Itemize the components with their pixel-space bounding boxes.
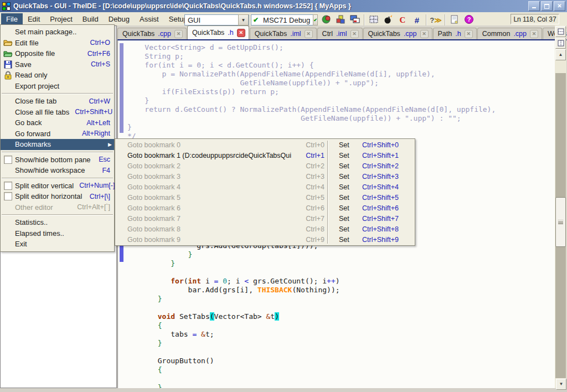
main-package-combo[interactable]: GUI ▼ [184, 14, 249, 25]
check-icon[interactable]: ✔ [251, 16, 260, 24]
menu-item-statistics[interactable]: Statistics.. [1, 217, 114, 228]
code-line: } [127, 96, 555, 105]
tab-close-button[interactable]: ✕ [420, 30, 429, 38]
bookmark-row-0[interactable]: Goto bookmark 0Ctrl+0SetCtrl+Shift+0 [115, 140, 415, 150]
menubar-item-project[interactable]: Project [45, 13, 77, 25]
code-line: } [127, 295, 555, 303]
set-bookmark-label[interactable]: Set [339, 194, 362, 202]
menu-item-exit[interactable]: Exit [1, 239, 114, 250]
bookmark-row-2[interactable]: Goto bookmark 2Ctrl+2SetCtrl+Shift+2 [115, 161, 415, 171]
menubar-item-debug[interactable]: Debug [104, 13, 135, 25]
checkbox-unchecked[interactable] [1, 182, 15, 190]
padlock-icon [1, 71, 15, 80]
set-bookmark-label[interactable]: Set [339, 141, 362, 149]
split-vertical-button[interactable] [555, 38, 566, 49]
menubar-item-build[interactable]: Build [78, 13, 104, 25]
bookmark-row-8[interactable]: Goto bookmark 8Ctrl+8SetCtrl+Shift+8 [115, 224, 415, 234]
bookmark-row-5[interactable]: Goto bookmark 5Ctrl+5SetCtrl+Shift+5 [115, 192, 415, 203]
code-line: { [127, 321, 555, 330]
toolbar-separator [364, 14, 365, 25]
file-tab-ctrl.iml[interactable]: Ctrl.iml✕ [317, 28, 363, 39]
bookmark-row-1[interactable]: Goto bookmark 1 (D:codeuppuppsrcideQuick… [115, 150, 415, 161]
menu-item-opposite-file[interactable]: Opposite fileCtrl+F6 [1, 48, 114, 59]
build-methods-button[interactable] [333, 13, 348, 27]
scroll-down-button[interactable]: ▼ [556, 379, 566, 390]
set-bookmark-label[interactable]: Set [339, 183, 362, 191]
tab-close-button[interactable]: ✕ [174, 30, 183, 38]
check-dropdown-icon[interactable]: ✔ [313, 14, 318, 25]
designer-grid-button[interactable] [367, 13, 381, 27]
menu-item-edit-file[interactable]: Edit fileCtrl+O [1, 38, 114, 49]
menu-item-split-editor-horizontal[interactable]: Split editor horizontalCtrl+[\] [1, 191, 114, 202]
bookmark-row-7[interactable]: Goto bookmark 7Ctrl+7SetCtrl+Shift+7 [115, 213, 415, 224]
bookmark-row-6[interactable]: Goto bookmark 6Ctrl+6SetCtrl+Shift+6 [115, 203, 415, 213]
checkbox-unchecked[interactable] [1, 156, 15, 164]
menubar-item-assist[interactable]: Assist [135, 13, 164, 25]
tab-close-button[interactable]: ✕ [237, 29, 245, 37]
menu-item-bookmarks[interactable]: Bookmarks▶ [1, 139, 114, 150]
maximize-button[interactable] [541, 1, 553, 11]
tab-close-button[interactable]: ✕ [530, 30, 538, 38]
set-bookmark-label[interactable]: Set [339, 173, 362, 180]
run-arguments-button[interactable]: ?≫ [429, 13, 443, 27]
chevron-down-icon[interactable]: ▼ [238, 14, 249, 25]
goto-bookmark-label: Goto bookmark 5 [115, 194, 291, 202]
menu-item-export-project[interactable]: Export project [1, 81, 114, 92]
set-bookmark-label[interactable]: Set [339, 215, 362, 223]
file-tab-quicktabs.cpp[interactable]: QuickTabs.cpp✕ [363, 28, 432, 39]
file-tab-path.h[interactable]: Path.h✕ [433, 28, 477, 39]
set-bookmark-label[interactable]: Set [339, 225, 362, 233]
file-tab-common.cpp[interactable]: Common.cpp✕ [477, 28, 542, 39]
menu-item-label: Show/hide bottom pane [15, 156, 93, 164]
set-bookmark-label[interactable]: Set [339, 204, 362, 212]
menu-item-show-hide-bottom-pane[interactable]: Show/hide bottom paneEsc [1, 154, 114, 166]
split-horizontal-button[interactable] [555, 26, 566, 37]
menu-item-close-file-tab[interactable]: Close file tabCtrl+W [1, 96, 114, 107]
bookmark-row-9[interactable]: Goto bookmark 9Ctrl+9SetCtrl+Shift+9 [115, 234, 415, 245]
help-button[interactable]: ? [462, 13, 476, 27]
goto-bookmark-shortcut: Ctrl+9 [291, 236, 324, 244]
tab-close-button[interactable]: ✕ [305, 30, 313, 38]
debug-bomb-button[interactable] [381, 13, 395, 27]
build-method-combo[interactable]: ✔ MSC71 Debug ✔ [251, 14, 317, 25]
menu-item-show-hide-workspace[interactable]: Show/hide workspaceF4 [1, 165, 114, 176]
packages-button[interactable] [319, 13, 333, 27]
notes-document-button[interactable] [447, 13, 462, 27]
checkbox-icon [4, 192, 12, 200]
menu-item-go-forward[interactable]: Go forwardAlt+Right [1, 128, 114, 140]
menu-item-read-only[interactable]: Read only [1, 70, 114, 81]
file-tab-quicktabs.iml[interactable]: QuickTabs.iml✕ [250, 28, 317, 39]
tab-close-button[interactable]: ✕ [465, 30, 473, 38]
workspace-layout-button[interactable] [348, 13, 362, 27]
menu-item-go-back[interactable]: Go backAlt+Left [1, 117, 114, 128]
menu-item-label: Export project [15, 82, 110, 90]
bookmark-row-4[interactable]: Goto bookmark 4Ctrl+4SetCtrl+Shift+4 [115, 182, 415, 192]
menu-item-other-editor[interactable]: Other editorCtrl+Alt+[`] [1, 202, 114, 213]
menu-item-save[interactable]: SaveCtrl+S [1, 59, 114, 70]
scroll-up-button[interactable]: ▲ [555, 49, 566, 60]
close-button[interactable]: ✕ [554, 1, 565, 11]
preprocess-hash-button[interactable]: # [410, 13, 424, 27]
tab-close-button[interactable]: ✕ [350, 30, 359, 38]
menu-item-set-main-package[interactable]: Set main package.. [1, 27, 114, 38]
set-bookmark-shortcut: Ctrl+Shift+7 [362, 215, 415, 223]
compile-c-button[interactable]: C [395, 13, 410, 27]
minimize-button[interactable] [528, 1, 540, 11]
bookmark-row-3[interactable]: Goto bookmark 3Ctrl+3SetCtrl+Shift+3 [115, 171, 415, 182]
set-bookmark-label[interactable]: Set [339, 236, 362, 244]
menu-item-elapsed-times[interactable]: Elapsed times.. [1, 228, 114, 239]
menubar-item-edit[interactable]: Edit [23, 13, 45, 25]
checkbox-unchecked[interactable] [1, 192, 15, 200]
scrollbar-thumb[interactable] [555, 197, 566, 247]
set-bookmark-label[interactable]: Set [339, 152, 362, 159]
menubar-item-file[interactable]: File [1, 13, 23, 25]
menu-item-close-all-file-tabs[interactable]: Close all file tabsCtrl+Shift+U [1, 107, 114, 118]
menu-item-label: Go back [15, 118, 81, 127]
tab-filename: QuickTabs [255, 30, 287, 38]
menu-item-split-editor-vertical[interactable]: Split editor verticalCtrl+Num[-] [1, 180, 114, 192]
scrollbar-track[interactable] [555, 73, 566, 378]
set-bookmark-label[interactable]: Set [339, 162, 362, 170]
minimize-icon [532, 7, 536, 8]
file-tab-quicktabs.h[interactable]: QuickTabs.h✕ [187, 25, 249, 39]
file-tab-quicktabs.cpp[interactable]: QuickTabs.cpp✕ [117, 28, 187, 39]
